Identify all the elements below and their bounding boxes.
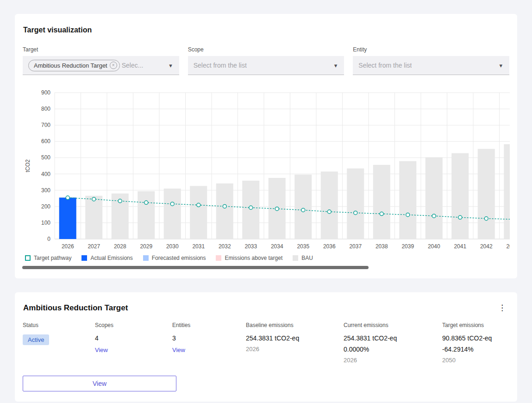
target-emissions-value: 90.8365 tCO2-eq (442, 334, 510, 342)
target-dropdown-placeholder: Selec... (122, 62, 144, 69)
chip-label: Ambitious Reduction Target (34, 62, 107, 69)
legend-swatch (25, 255, 31, 261)
emissions-chart: 0100200300400500600700800900tCO220262027… (22, 89, 510, 252)
chevron-down-icon: ▾ (334, 62, 339, 69)
svg-text:2034: 2034 (271, 243, 283, 250)
svg-text:2030: 2030 (166, 243, 179, 250)
legend-item-target-pathway[interactable]: Target pathway (25, 255, 71, 261)
entity-dropdown-placeholder: Select from the list (358, 62, 412, 69)
filter-bar: Target Ambitious Reduction Target × Sele… (23, 46, 509, 75)
scopes-view-link[interactable]: View (95, 346, 108, 353)
filter-target: Target Ambitious Reduction Target × Sele… (23, 46, 179, 75)
chart-scrollbar[interactable] (22, 266, 369, 269)
scope-filter-label: Scope (188, 46, 344, 53)
svg-text:tCO2: tCO2 (25, 159, 31, 172)
field-scopes: Scopes 4 View (95, 322, 172, 364)
legend-item-bau[interactable]: BAU (293, 255, 313, 261)
chevron-down-icon: ▾ (499, 62, 504, 69)
target-emissions-year: 2050 (442, 357, 510, 364)
target-detail-card: Ambitious Reduction Target ⋮ Status Acti… (15, 292, 517, 402)
svg-text:2040: 2040 (428, 243, 440, 250)
current-emissions-value: 254.3831 tCO2-eq (344, 334, 442, 342)
field-status: Status Active (23, 322, 95, 364)
view-target-button[interactable]: View (23, 376, 176, 391)
svg-text:2026: 2026 (62, 243, 74, 250)
svg-text:2029: 2029 (140, 243, 152, 250)
svg-text:2027: 2027 (88, 243, 100, 250)
detail-title: Ambitious Reduction Target (23, 303, 128, 313)
field-entities: Entities 3 View (172, 322, 246, 364)
entities-view-link[interactable]: View (172, 346, 185, 353)
filter-entity: Entity Select from the list ▾ (353, 46, 509, 75)
svg-text:500: 500 (41, 154, 50, 161)
svg-text:200: 200 (41, 203, 50, 210)
svg-text:600: 600 (41, 138, 50, 145)
svg-text:2033: 2033 (244, 243, 257, 250)
svg-text:2031: 2031 (192, 243, 205, 250)
chevron-down-icon: ▾ (169, 62, 174, 69)
svg-text:2039: 2039 (401, 243, 414, 250)
target-dropdown[interactable]: Ambitious Reduction Target × Selec... ▾ (23, 56, 179, 75)
legend-swatch (293, 255, 298, 261)
chart-area: 0100200300400500600700800900tCO220262027… (22, 89, 510, 252)
scope-dropdown-placeholder: Select from the list (194, 62, 247, 69)
svg-text:400: 400 (41, 171, 50, 177)
legend-item-forecasted-emissions[interactable]: Forecasted emissions (143, 255, 206, 261)
svg-text:2036: 2036 (323, 243, 336, 250)
legend-item-actual-emissions[interactable]: Actual Emissions (81, 255, 132, 261)
legend-item-emissions-above-target[interactable]: Emissions above target (216, 255, 282, 261)
svg-text:100: 100 (41, 220, 50, 226)
svg-text:2038: 2038 (376, 243, 388, 250)
detail-fields: Status Active Scopes 4 View Entities 3 V… (23, 322, 510, 364)
svg-text:2032: 2032 (219, 243, 231, 250)
selected-target-chip[interactable]: Ambitious Reduction Target × (28, 60, 120, 71)
chart-legend: Target pathway Actual Emissions Forecast… (25, 255, 510, 261)
svg-text:2035: 2035 (297, 243, 309, 250)
kebab-menu-icon[interactable]: ⋮ (494, 303, 510, 313)
target-filter-label: Target (23, 46, 179, 53)
svg-text:300: 300 (41, 187, 50, 194)
field-current-emissions: Current emissions 254.3831 tCO2-eq 0.000… (344, 322, 442, 364)
filter-scope: Scope Select from the list ▾ (188, 46, 344, 75)
scopes-count: 4 (95, 334, 172, 342)
baseline-emissions-year: 2026 (246, 346, 344, 353)
current-emissions-percent: 0.0000% (344, 346, 442, 353)
svg-text:2037: 2037 (349, 243, 362, 250)
baseline-emissions-value: 254.3831 tCO2-eq (246, 334, 344, 342)
entities-count: 3 (172, 334, 246, 342)
page: Target visualization Target Ambitious Re… (0, 14, 532, 403)
entity-filter-label: Entity (353, 46, 509, 53)
detail-header: Ambitious Reduction Target ⋮ (23, 303, 510, 313)
legend-swatch (81, 255, 87, 261)
svg-text:700: 700 (41, 122, 50, 128)
svg-text:800: 800 (41, 106, 50, 112)
status-badge: Active (23, 334, 49, 345)
svg-text:900: 900 (41, 89, 50, 96)
svg-text:0: 0 (47, 236, 50, 242)
entity-dropdown[interactable]: Select from the list ▾ (353, 56, 509, 75)
svg-text:2042: 2042 (480, 243, 493, 250)
svg-text:2041: 2041 (454, 243, 466, 250)
chip-remove-icon[interactable]: × (110, 62, 117, 69)
svg-text:2043: 2043 (506, 243, 510, 250)
current-emissions-year: 2026 (344, 357, 442, 364)
target-visualization-card: Target visualization Target Ambitious Re… (15, 14, 517, 278)
field-baseline-emissions: Baseline emissions 254.3831 tCO2-eq 2026 (246, 322, 344, 364)
field-target-emissions: Target emissions 90.8365 tCO2-eq -64.291… (442, 322, 510, 364)
card-title: Target visualization (23, 26, 510, 34)
scope-dropdown[interactable]: Select from the list ▾ (188, 56, 344, 75)
svg-text:2028: 2028 (114, 243, 126, 250)
legend-swatch (143, 255, 149, 261)
chart-scrollbar-track (22, 266, 510, 269)
target-emissions-percent: -64.2914% (442, 346, 510, 353)
legend-swatch (216, 255, 221, 261)
